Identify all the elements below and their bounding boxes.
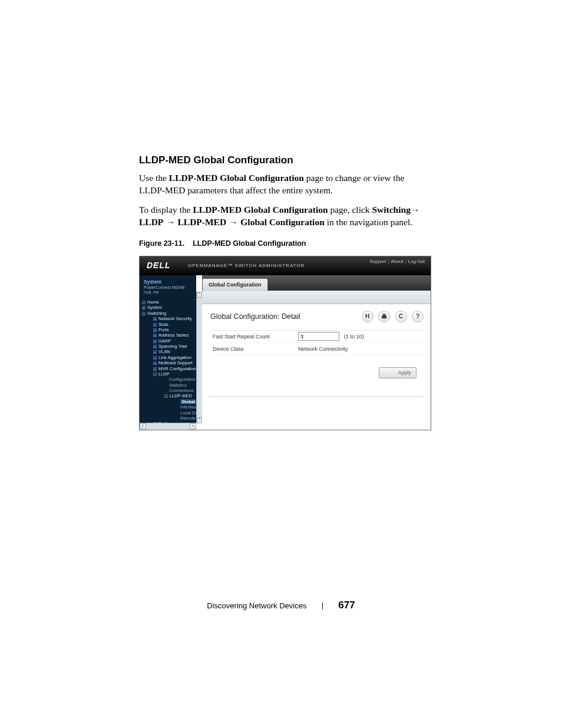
- app-top-bar: DELL OPENMANAGE™ SWITCH ADMINISTRATOR Su…: [140, 256, 431, 275]
- scroll-right-icon[interactable]: ›: [190, 423, 196, 429]
- tree-lldp-connections[interactable]: Connections: [164, 388, 196, 393]
- tree-home[interactable]: Home: [142, 299, 196, 305]
- sub-tab-strip: [202, 291, 431, 304]
- figure-number: Figure 23-11.: [139, 239, 184, 248]
- tree-switching[interactable]: Switching Network Security Slots Ports A…: [142, 311, 196, 427]
- arrow-icon: →: [411, 205, 420, 215]
- tab-global-configuration[interactable]: Global Configuration: [202, 278, 268, 291]
- tree-med-remote[interactable]: Remote Dev: [176, 416, 196, 421]
- tree-slots[interactable]: Slots: [153, 322, 196, 327]
- tree-med-local[interactable]: Local Device: [176, 410, 196, 416]
- panel-icon-row: H 🖶 C ?: [359, 310, 424, 322]
- text: Use the: [139, 173, 169, 183]
- top-links: Support|About|Log Out: [369, 259, 425, 264]
- system-header: System PowerConnect M6348 root, r/w: [140, 275, 196, 298]
- form-block: Fast Start Repeat Count (1 to 10) Device…: [209, 330, 424, 355]
- tree-mvr-configuration[interactable]: MVR Configuration: [153, 366, 196, 371]
- tree-system[interactable]: System: [142, 305, 196, 310]
- tab-bar: Global Configuration: [202, 275, 431, 291]
- page: LLDP-MED Global Configuration Use the LL…: [0, 0, 562, 728]
- menu-switching: Switching: [372, 205, 410, 215]
- tree-address-tables[interactable]: Address Tables: [153, 332, 196, 338]
- save-icon[interactable]: H: [362, 311, 373, 322]
- panel-header: Global Configuration: Detail H 🖶 C ?: [202, 304, 431, 325]
- tree-garp[interactable]: GARP: [153, 338, 196, 344]
- menu-lldp: LLDP: [139, 217, 163, 227]
- tree-spanning-tree[interactable]: Spanning Tree: [153, 344, 196, 349]
- system-title: System: [144, 279, 192, 285]
- menu-global-config: Global Configuration: [240, 217, 325, 227]
- tree-lldp-med[interactable]: LLDP-MED Global Con Interface Co Local D…: [164, 393, 196, 421]
- tree-vlan[interactable]: VLAN: [153, 349, 196, 354]
- brand-logo: DELL: [147, 261, 171, 270]
- input-fast-start[interactable]: [298, 332, 339, 341]
- system-user: root, r/w: [144, 290, 192, 295]
- value-device-class: Network Connectivity: [298, 346, 348, 352]
- system-model: PowerConnect M6348: [144, 285, 192, 290]
- page-name-bold: LLDP-MED Global Configuration: [169, 173, 304, 183]
- section-heading: LLDP-MED Global Configuration: [139, 154, 430, 166]
- refresh-icon[interactable]: C: [395, 311, 407, 322]
- tree-lldp-configuration[interactable]: Configuration: [164, 377, 196, 382]
- row-device-class: Device Class Network Connectivity: [209, 343, 424, 355]
- screenshot: DELL OPENMANAGE™ SWITCH ADMINISTRATOR Su…: [139, 256, 431, 430]
- text: in the navigation panel.: [325, 217, 412, 227]
- menu-lldp-med: LLDP-MED: [177, 217, 226, 227]
- apply-row: Apply: [202, 366, 431, 378]
- content-column: LLDP-MED Global Configuration Use the LL…: [139, 154, 430, 430]
- tree-link-aggregation[interactable]: Link Aggregation: [153, 355, 196, 360]
- figure-caption: Figure 23-11.LLDP-MED Global Configurati…: [139, 239, 430, 248]
- link-support[interactable]: Support: [369, 259, 386, 264]
- figure-title: LLDP-MED Global Configuration: [193, 239, 306, 248]
- link-about[interactable]: About: [391, 259, 404, 264]
- tree-h-scrollbar[interactable]: ‹ ›: [140, 423, 196, 430]
- tree-lldp-statistics[interactable]: Statistics: [164, 383, 196, 388]
- help-icon[interactable]: ?: [412, 311, 424, 322]
- tree-lldp[interactable]: LLDP Configuration Statistics Connection…: [153, 371, 196, 421]
- scroll-up-icon[interactable]: ˄: [197, 292, 202, 298]
- page-footer: Discovering Network Devices 677: [0, 599, 562, 611]
- link-logout[interactable]: Log Out: [408, 259, 425, 264]
- hint-fast-start: (1 to 10): [344, 334, 364, 340]
- divider: [209, 396, 424, 397]
- footer-chapter: Discovering Network Devices: [207, 601, 306, 610]
- tree-med-interface[interactable]: Interface Co: [176, 404, 196, 410]
- print-icon[interactable]: 🖶: [378, 311, 390, 322]
- tree-ports[interactable]: Ports: [153, 327, 196, 332]
- arrow-icon: →: [163, 217, 177, 227]
- label-device-class: Device Class: [209, 346, 298, 352]
- nav-tree-pane: System PowerConnect M6348 root, r/w Home…: [140, 275, 196, 430]
- intro-paragraph-2: To display the LLDP-MED Global Configura…: [139, 204, 430, 229]
- tree-network-security[interactable]: Network Security: [153, 316, 196, 321]
- apply-button[interactable]: Apply: [379, 367, 416, 378]
- scroll-down-icon[interactable]: ˅: [197, 417, 202, 423]
- footer-divider: [322, 602, 323, 610]
- main-pane: Global Configuration Global Configuratio…: [202, 275, 431, 430]
- label-fast-start: Fast Start Repeat Count: [209, 334, 298, 340]
- tree-med-global[interactable]: Global Con: [176, 399, 196, 404]
- text: page, click: [328, 205, 372, 215]
- tree-multicast-support[interactable]: Multicast Support: [153, 360, 196, 365]
- arrow-icon: →: [226, 217, 240, 227]
- suite-name: OPENMANAGE™ SWITCH ADMINISTRATOR: [188, 263, 305, 268]
- scroll-left-icon[interactable]: ‹: [140, 423, 146, 429]
- footer-page-number: 677: [338, 599, 355, 611]
- nav-tree[interactable]: Home System Switching Network Security S…: [140, 299, 196, 427]
- row-fast-start: Fast Start Repeat Count (1 to 10): [209, 331, 424, 343]
- intro-paragraph-1: Use the LLDP-MED Global Configuration pa…: [139, 172, 430, 197]
- page-name-bold: LLDP-MED Global Configuration: [193, 205, 328, 215]
- text: To display the: [139, 205, 193, 215]
